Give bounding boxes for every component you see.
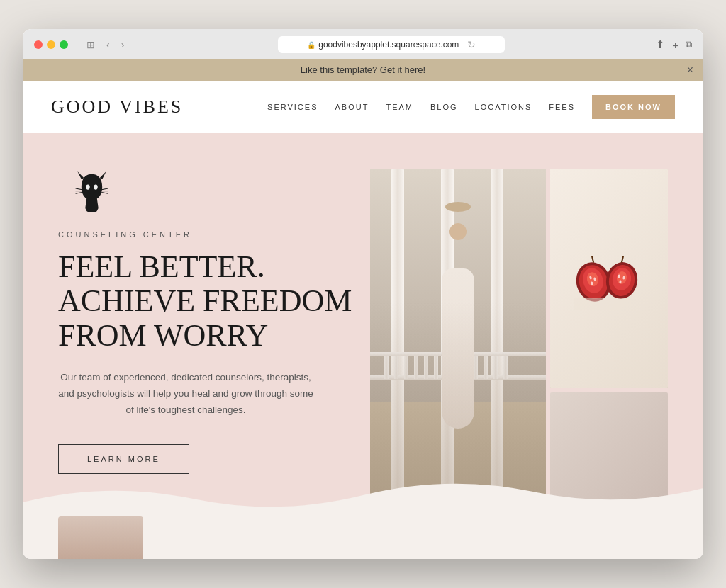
site-navigation: SERVICES ABOUT TEAM BLOG LOCATIONS FEES … — [267, 95, 675, 119]
baluster — [503, 356, 508, 379]
baluster — [434, 356, 438, 379]
nav-fees[interactable]: FEES — [549, 103, 575, 111]
nav-about[interactable]: ABOUT — [335, 103, 369, 111]
close-window-button[interactable] — [34, 40, 43, 49]
book-now-button[interactable]: BOOK NOW — [592, 95, 675, 119]
new-tab-button[interactable]: + — [672, 39, 678, 51]
svg-line-5 — [101, 188, 108, 190]
minimize-window-button[interactable] — [47, 40, 55, 49]
hero-headline: FEEL BETTER. ACHIEVE FREEDOM FROM WORRY — [58, 250, 356, 353]
baluster — [474, 356, 478, 379]
figure-hat — [445, 202, 471, 212]
nav-blog[interactable]: BLOG — [430, 103, 458, 111]
baluster — [424, 356, 428, 379]
reload-button[interactable]: ↻ — [467, 39, 476, 50]
nav-locations[interactable]: LOCATIONS — [475, 103, 532, 111]
announcement-text: Like this template? Get it here! — [301, 64, 425, 75]
baluster — [454, 356, 458, 379]
baluster — [484, 356, 488, 379]
fig-illustration — [574, 247, 644, 310]
svg-line-15 — [592, 256, 593, 262]
back-button[interactable]: ‹ — [104, 38, 113, 52]
nav-services[interactable]: SERVICES — [267, 103, 318, 111]
maximize-window-button[interactable] — [60, 40, 68, 49]
forward-button[interactable]: › — [118, 38, 128, 52]
railing-bottom — [370, 375, 546, 380]
url-text: goodvibesbyapplet.squarespace.com — [318, 40, 459, 50]
hero-section: COUNSELING CENTER FEEL BETTER. ACHIEVE F… — [23, 133, 703, 516]
baluster — [493, 356, 498, 379]
browser-window: ⊞ ‹ › 🔒 goodvibesbyapplet.squarespace.co… — [23, 29, 703, 559]
svg-line-2 — [76, 188, 82, 190]
nav-team[interactable]: TEAM — [386, 103, 413, 111]
hero-images — [370, 169, 668, 516]
baluster — [464, 356, 468, 379]
baluster — [414, 356, 418, 379]
railing-top — [370, 352, 546, 356]
announcement-banner: Like this template? Get it here! × — [23, 59, 703, 81]
porch-photo — [370, 169, 546, 502]
pillar-left — [391, 169, 404, 502]
windows-button[interactable]: ⧉ — [686, 39, 692, 50]
svg-rect-24 — [574, 298, 644, 310]
baluster — [394, 356, 398, 379]
svg-line-23 — [622, 256, 623, 262]
svg-point-1 — [94, 184, 98, 189]
baluster — [404, 356, 408, 379]
learn-more-button[interactable]: LEARN MORE — [58, 444, 189, 474]
pillar-right — [491, 169, 503, 502]
svg-point-0 — [86, 184, 90, 189]
baluster — [444, 356, 448, 379]
browser-chrome: ⊞ ‹ › 🔒 goodvibesbyapplet.squarespace.co… — [23, 29, 703, 59]
site-logo[interactable]: GOOD VIBES — [51, 96, 183, 118]
svg-line-7 — [101, 192, 108, 193]
bottom-peek-image — [58, 516, 143, 559]
hero-label: COUNSELING CENTER — [58, 230, 356, 239]
lock-icon: 🔒 — [307, 41, 315, 49]
nav-sidebar-toggle[interactable]: ⊞ — [84, 38, 98, 52]
banner-close-button[interactable]: × — [687, 64, 693, 77]
figure-head — [449, 223, 467, 240]
site-header: GOOD VIBES SERVICES ABOUT TEAM BLOG LOCA… — [23, 81, 703, 133]
figure-dress — [442, 268, 474, 429]
cat-icon — [72, 169, 111, 215]
bottom-section-peek — [23, 516, 703, 559]
svg-line-4 — [76, 192, 82, 193]
figure-person — [430, 202, 486, 469]
baluster — [384, 356, 389, 379]
fig-photo — [550, 169, 668, 388]
address-bar[interactable]: 🔒 goodvibesbyapplet.squarespace.com ↻ — [278, 36, 505, 53]
hero-body-text: Our team of experienced, dedicated couns… — [58, 370, 313, 419]
share-button[interactable]: ⬆ — [656, 38, 665, 51]
hero-left-content: COUNSELING CENTER FEEL BETTER. ACHIEVE F… — [58, 169, 370, 516]
